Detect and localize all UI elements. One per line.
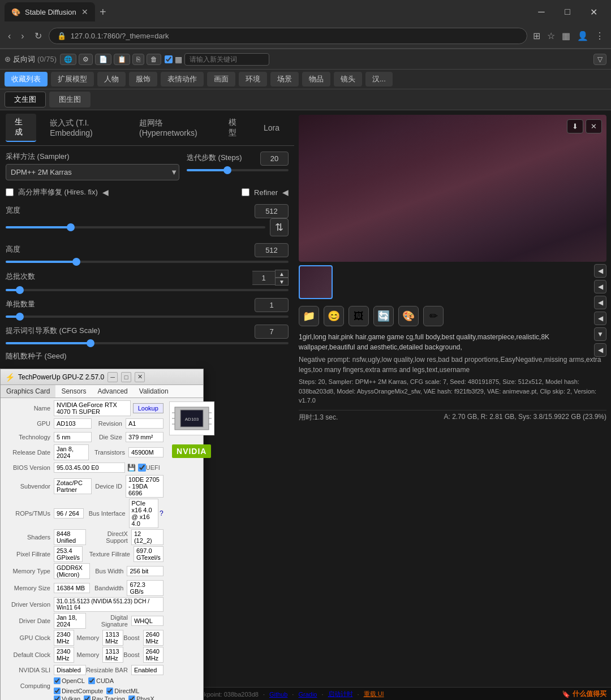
height-input[interactable] [255, 243, 289, 257]
batch-count-slider-thumb[interactable] [16, 286, 24, 294]
gpuz-lookup-btn[interactable]: Lookup [133, 403, 163, 413]
batch-count-down-btn[interactable]: ▼ [275, 278, 289, 286]
active-tab[interactable]: 🎨 Stable Diffusion ✕ [5, 2, 95, 21]
gpuz-uefi-checkbox[interactable] [138, 464, 146, 472]
swap-dimensions-btn[interactable]: ⇅ [270, 218, 289, 236]
doc-icon-btn[interactable]: 📄 [95, 54, 111, 65]
gradio-link[interactable]: Gradio [298, 691, 317, 698]
favorite-icon[interactable]: ☆ [545, 28, 557, 44]
gpuz-directml-check[interactable] [106, 688, 113, 694]
menu-icon[interactable]: ⋮ [593, 28, 606, 44]
gpuz-name-row: Name NVIDIA GeForce RTX 4070 Ti SUPER Lo… [3, 400, 163, 416]
refresh-action-btn[interactable]: 🔄 [373, 306, 394, 326]
tab-embedding[interactable]: 嵌入式 (T.I. Embedding) [41, 115, 126, 141]
tag-favorites[interactable]: 收藏列表 [5, 72, 48, 87]
reload-btn[interactable]: ↻ [31, 28, 45, 44]
side-action-5[interactable]: ▼ [594, 327, 606, 341]
restore-btn[interactable]: □ [554, 3, 580, 21]
tag-painting[interactable]: 画面 [207, 72, 235, 87]
gpuz-menu-graphics-card[interactable]: Graphics Card [1, 385, 55, 397]
tab-close-btn[interactable]: ✕ [81, 7, 88, 16]
copy-icon-btn[interactable]: ⎘ [132, 54, 144, 65]
tag-scene[interactable]: 场景 [270, 72, 299, 87]
tag-expand-model[interactable]: 扩展模型 [51, 72, 94, 87]
gear-icon-btn[interactable]: ⚙ [79, 54, 93, 65]
profile-icon[interactable]: 👤 [575, 28, 591, 44]
tag-expression[interactable]: 表情动作 [161, 72, 204, 87]
timer-link[interactable]: 启动计时 [328, 690, 353, 698]
sampler-select[interactable]: DPM++ 2M Karras [6, 164, 179, 180]
tab-img-img[interactable]: 图生图 [49, 92, 91, 107]
tag-environment[interactable]: 环境 [239, 72, 267, 87]
gpuz-opencl-check[interactable] [54, 677, 61, 684]
keyword-checkbox[interactable] [165, 55, 173, 63]
expand-btn[interactable]: ▽ [593, 54, 606, 65]
side-action-6[interactable]: ◀ [594, 343, 606, 357]
side-action-2[interactable]: ◀ [594, 280, 606, 293]
gpuz-physx-check[interactable] [128, 695, 135, 700]
gpuz-vulkan-check[interactable] [54, 695, 61, 700]
steps-input[interactable] [260, 152, 289, 166]
hires-checkbox[interactable] [6, 188, 14, 196]
side-action-3[interactable]: ◀ [594, 296, 606, 309]
url-bar[interactable]: 🔒 127.0.0.1:7860/?_theme=dark [49, 28, 527, 44]
tab-hypernetworks[interactable]: 超网络 (Hypernetworks) [130, 115, 215, 141]
batch-size-slider-thumb[interactable] [16, 313, 24, 321]
side-action-1[interactable]: ◀ [594, 264, 606, 278]
tag-objects[interactable]: 物品 [302, 72, 330, 87]
steps-slider-thumb[interactable] [223, 166, 231, 174]
keyword-input[interactable] [184, 53, 269, 66]
folder-action-btn[interactable]: 📁 [299, 306, 319, 326]
batch-count-up-btn[interactable]: ▲ [275, 270, 289, 278]
emoji-action-btn[interactable]: 😊 [324, 306, 344, 326]
tag-person[interactable]: 人物 [97, 72, 126, 87]
tag-chinese[interactable]: 汉... [365, 72, 393, 87]
tag-clothing[interactable]: 服饰 [129, 72, 157, 87]
cfg-slider-thumb[interactable] [87, 339, 94, 347]
side-action-4[interactable]: ◀ [594, 312, 606, 325]
close-btn[interactable]: ✕ [580, 3, 606, 21]
image-close-btn[interactable]: ✕ [586, 119, 602, 133]
gpuz-raytracing-check[interactable] [84, 695, 91, 700]
delete-icon-btn[interactable]: 🗑 [147, 54, 161, 65]
batch-size-input[interactable] [255, 298, 289, 312]
gpuz-cuda-check[interactable] [88, 677, 95, 684]
cfg-input[interactable] [255, 325, 289, 339]
gpuz-boost2-label: Boost [123, 651, 143, 658]
edit-action-btn[interactable]: ✏ [423, 306, 444, 326]
gpuz-save-icon[interactable]: 💾 [125, 464, 138, 472]
tab-lora[interactable]: Lora [255, 120, 289, 136]
new-tab-btn[interactable]: + [95, 6, 111, 19]
globe-icon-btn[interactable]: 🌐 [60, 54, 76, 65]
tab-text-img[interactable]: 文生图 [5, 92, 46, 107]
refiner-checkbox[interactable] [242, 188, 249, 196]
gpuz-restore-btn[interactable]: □ [121, 372, 131, 382]
tab-model[interactable]: 模型 [220, 114, 250, 141]
height-slider-thumb[interactable] [72, 258, 80, 266]
gpuz-menu-advanced[interactable]: Advanced [92, 385, 133, 397]
tag-lens[interactable]: 镜头 [334, 72, 362, 87]
gpuz-directcompute-check[interactable] [54, 688, 61, 694]
gpuz-help-icon[interactable]: ? [160, 509, 163, 517]
gpuz-menu-sensors[interactable]: Sensors [55, 385, 92, 397]
gpuz-close-btn[interactable]: ✕ [135, 372, 145, 382]
hires-arrow-btn[interactable]: ◀ [102, 188, 109, 197]
width-input[interactable] [255, 204, 289, 218]
gpuz-menu-validation[interactable]: Validation [134, 385, 174, 397]
clipboard-icon-btn[interactable]: 📋 [114, 54, 130, 65]
reader-icon[interactable]: ▦ [560, 28, 573, 44]
image-download-btn[interactable]: ⬇ [567, 119, 583, 133]
translate-icon[interactable]: ⊞ [531, 28, 543, 44]
reload-link[interactable]: 重载 UI [364, 690, 384, 698]
gpuz-minimize-btn[interactable]: ─ [107, 372, 118, 382]
tab-generate[interactable]: 生成 [6, 114, 36, 142]
github-link[interactable]: Github [269, 691, 287, 698]
back-btn[interactable]: ‹ [5, 29, 14, 44]
width-slider-thumb[interactable] [67, 223, 75, 231]
thumbnail-1[interactable] [299, 265, 333, 299]
refiner-arrow-btn[interactable]: ◀ [282, 188, 289, 197]
image-action-btn[interactable]: 🖼 [348, 306, 369, 326]
minimize-btn[interactable]: ─ [528, 3, 554, 21]
forward-btn[interactable]: › [18, 29, 27, 44]
palette-action-btn[interactable]: 🎨 [398, 306, 419, 326]
